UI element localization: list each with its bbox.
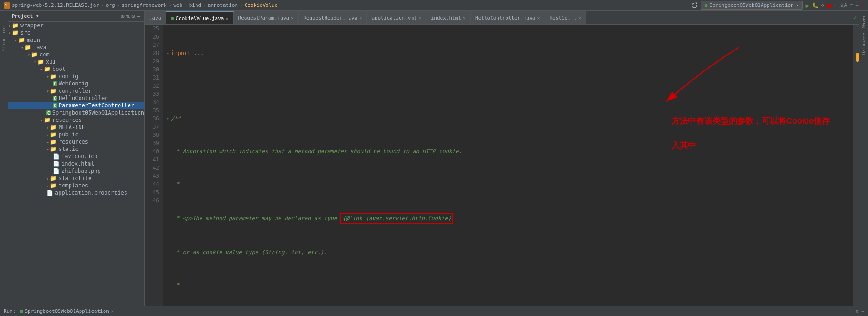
tab-close-icon[interactable]: ✕: [578, 15, 581, 20]
tab-restco[interactable]: RestCo... ✕: [545, 11, 587, 24]
tab-requestheader[interactable]: RequestHeader.java ✕: [299, 11, 367, 24]
tab-index-html[interactable]: index.html ✕: [426, 11, 471, 24]
tree-item-zhifubao.png[interactable]: 📄zhifubao.png: [8, 167, 144, 175]
tree-item-application.properties[interactable]: 📄application.properties: [8, 189, 144, 196]
tab-application-yml[interactable]: application.yml ✕: [367, 11, 426, 24]
sidebar-icon-globe[interactable]: ⊕: [121, 13, 125, 20]
tree-item-controller[interactable]: ▾📁controller: [8, 87, 144, 95]
tree-item-label: staticFile: [59, 175, 91, 181]
folder-arrow-icon: ▾: [34, 60, 36, 65]
run-bar-label: Run:: [4, 308, 16, 314]
sidebar-icon-scroll[interactable]: ⇅: [126, 13, 130, 20]
tab-close-icon[interactable]: ✕: [291, 15, 294, 20]
fold-icon[interactable]: ▸: [166, 49, 169, 57]
breadcrumb-part-4[interactable]: bind: [189, 2, 201, 8]
folder-icon: 📁: [44, 66, 50, 72]
tree-item-static[interactable]: ▾📁static: [8, 145, 144, 153]
tree-item-parametertestcontroller[interactable]: CParameterTestController: [8, 102, 144, 109]
sync-icon[interactable]: [691, 2, 698, 9]
tab-close-icon[interactable]: ✕: [359, 15, 362, 20]
tree-item-config[interactable]: ▾📁config: [8, 73, 144, 80]
folder-arrow-icon: ▸: [46, 176, 49, 181]
scroll-error-indicator: [856, 53, 859, 62]
build-icon[interactable]: ⚙: [821, 2, 824, 8]
translate-icon[interactable]: 文A: [839, 2, 848, 9]
file-icon: 📄: [46, 190, 53, 196]
tab-label: RequestHeader.java: [303, 15, 357, 21]
sidebar-header: Project ▾ ⊕ ⇅ ⚙ —: [8, 11, 144, 22]
code-content[interactable]: ▸ import ... ▾ /** * Annotation which in…: [163, 25, 853, 306]
folder-arrow-icon: ▾: [46, 147, 49, 152]
tab-close-icon[interactable]: ✕: [537, 15, 540, 20]
tree-item-java[interactable]: ▾📁java: [8, 44, 144, 51]
folder-arrow-icon: ▸: [46, 132, 49, 137]
scroll-indicator[interactable]: [853, 25, 859, 306]
tree-item-public[interactable]: ▸📁public: [8, 131, 144, 138]
tree-item-label: application.properties: [55, 190, 127, 196]
stop-icon[interactable]: ■: [827, 2, 830, 9]
tab-close-icon[interactable]: ✕: [226, 16, 228, 21]
run-icon[interactable]: ▶: [805, 2, 809, 9]
sidebar-icon-gear[interactable]: ⚙: [131, 13, 135, 20]
tree-item-com[interactable]: ▾📁com: [8, 51, 144, 58]
tree-item-resources[interactable]: ▾📁resources: [8, 116, 144, 124]
folder-arrow-icon: ▸: [8, 23, 11, 28]
folder-icon: 📁: [50, 175, 57, 181]
tab-label: RequestParam.java: [238, 15, 290, 21]
maven-tab[interactable]: Maven: [860, 13, 867, 30]
code-editor[interactable]: 25 26 27 28 29 30 31 32 33 34 35 36 37 3…: [145, 25, 859, 306]
tree-item-label: static: [59, 146, 78, 152]
tree-item-xu1[interactable]: ▾📁xu1: [8, 58, 144, 65]
tab-cookievalue[interactable]: CookieValue.java ✕: [166, 11, 234, 24]
file-tree: ▸📁wrapper▾📁src▾📁main▾📁java▾📁com▾📁xu1▾📁bo…: [8, 22, 144, 196]
tree-item-resources[interactable]: ▸📁resources: [8, 138, 144, 145]
tree-item-hellocontroller[interactable]: CHelloController: [8, 95, 144, 102]
tree-item-springboot05web01application[interactable]: CSpringboot05Web01Application: [8, 109, 144, 116]
minimize-window-icon[interactable]: —: [856, 2, 859, 8]
maximize-icon[interactable]: □: [850, 2, 853, 8]
breadcrumb-part-0[interactable]: spring-web-5.2.12.RELEASE.jar: [12, 2, 99, 8]
close-window-icon[interactable]: ✕: [861, 2, 864, 8]
tree-item-favicon.ico[interactable]: 📄favicon.ico: [8, 153, 144, 160]
breadcrumb-part-2[interactable]: springframework: [121, 2, 166, 8]
code-line-28: * Annotation which indicates that a meth…: [166, 147, 849, 155]
folder-icon: 📁: [50, 146, 57, 152]
tab-requestparam[interactable]: RequestParam.java ✕: [234, 11, 299, 24]
tab-hellocontroller[interactable]: HelloController.java ✕: [471, 11, 545, 24]
tree-item-boot[interactable]: ▾📁boot: [8, 65, 144, 73]
left-panel-strip: Structure: [0, 11, 8, 306]
tree-item-webconfig[interactable]: CWebConfig: [8, 80, 144, 87]
java-icon: C: [53, 103, 57, 108]
settings-icon[interactable]: ⚙: [856, 308, 859, 314]
tab-java-prefix[interactable]: .ava: [145, 11, 166, 24]
folder-icon: 📁: [12, 22, 19, 29]
java-icon: C: [53, 81, 57, 86]
sidebar-icon-minimize[interactable]: —: [137, 13, 140, 20]
tree-item-src[interactable]: ▾📁src: [8, 29, 144, 36]
check-mark-icon: ✓: [853, 14, 857, 21]
debug-icon[interactable]: 🐛: [812, 2, 818, 8]
tree-item-index.html[interactable]: 📄index.html: [8, 160, 144, 167]
coverage-icon[interactable]: ☂: [833, 2, 837, 8]
breadcrumb-part-5[interactable]: annotation: [208, 2, 238, 8]
tab-close-icon[interactable]: ✕: [419, 15, 421, 20]
minimize-bar-icon[interactable]: —: [861, 308, 864, 314]
code-line-30: * <p>The method parameter may be declare…: [166, 213, 849, 224]
tree-item-staticfile[interactable]: ▸📁staticFile: [8, 175, 144, 182]
tree-item-meta-inf[interactable]: ▸📁META-INF: [8, 124, 144, 131]
breadcrumb-part-3[interactable]: web: [173, 2, 182, 8]
breadcrumb-part-1[interactable]: org: [106, 2, 115, 8]
run-bar-app[interactable]: Springboot05Web01Application ✕: [20, 308, 114, 314]
run-config-dropdown[interactable]: ● Springboot05Web01Application ▾: [701, 1, 803, 10]
sidebar-title: Project ▾: [12, 13, 39, 19]
tree-item-wrapper[interactable]: ▸📁wrapper: [8, 22, 144, 29]
tree-item-main[interactable]: ▾📁main: [8, 36, 144, 44]
fold-icon[interactable]: ▾: [166, 115, 169, 123]
run-close-icon[interactable]: ✕: [111, 309, 114, 314]
tab-close-icon[interactable]: ✕: [463, 15, 466, 20]
tree-item-templates[interactable]: ▸📁templates: [8, 182, 144, 189]
breadcrumb-part-6[interactable]: CookieValue: [245, 2, 278, 8]
database-tab[interactable]: Database: [860, 31, 867, 56]
tree-item-label: templates: [59, 182, 88, 189]
structure-tab[interactable]: Structure: [0, 25, 7, 53]
